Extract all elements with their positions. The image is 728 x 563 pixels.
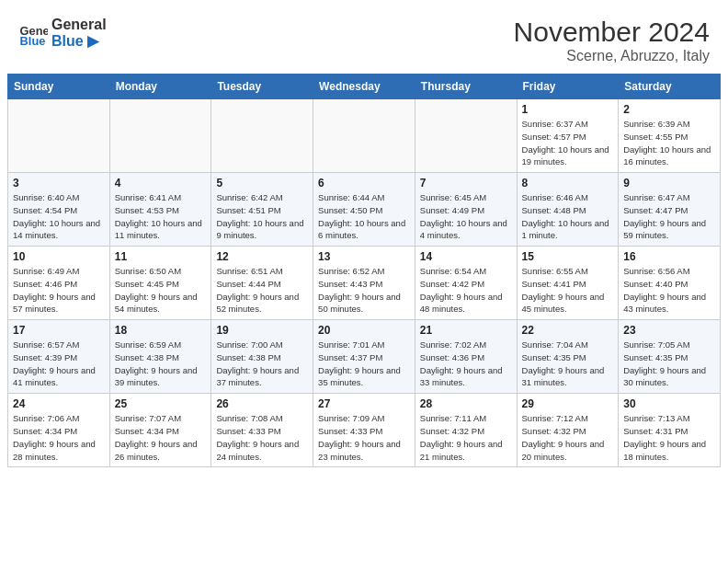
day-info: Sunrise: 7:07 AM Sunset: 4:34 PM Dayligh… [115, 412, 207, 463]
day-info: Sunrise: 6:46 AM Sunset: 4:48 PM Dayligh… [522, 191, 614, 242]
month-title: November 2024 [514, 17, 710, 48]
day-number: 3 [13, 177, 105, 190]
day-number: 24 [13, 397, 105, 410]
day-info: Sunrise: 6:50 AM Sunset: 4:45 PM Dayligh… [115, 265, 207, 316]
calendar-cell: 28Sunrise: 7:11 AM Sunset: 4:32 PM Dayli… [415, 394, 517, 467]
day-info: Sunrise: 7:02 AM Sunset: 4:36 PM Dayligh… [420, 339, 512, 389]
calendar-cell: 30Sunrise: 7:13 AM Sunset: 4:31 PM Dayli… [619, 394, 721, 467]
day-number: 4 [115, 177, 207, 190]
day-number: 6 [318, 177, 410, 190]
calendar-cell: 21Sunrise: 7:02 AM Sunset: 4:36 PM Dayli… [415, 320, 517, 394]
calendar-week-4: 17Sunrise: 6:57 AM Sunset: 4:39 PM Dayli… [8, 320, 721, 394]
calendar-cell: 12Sunrise: 6:51 AM Sunset: 4:44 PM Dayli… [211, 247, 313, 320]
day-info: Sunrise: 7:13 AM Sunset: 4:31 PM Dayligh… [623, 412, 715, 463]
day-number: 8 [522, 177, 614, 190]
day-number: 30 [623, 397, 715, 410]
day-info: Sunrise: 6:47 AM Sunset: 4:47 PM Dayligh… [623, 191, 715, 242]
calendar-cell: 1Sunrise: 6:37 AM Sunset: 4:57 PM Daylig… [517, 99, 619, 173]
title-block: November 2024 Scerne, Abruzzo, Italy [514, 17, 710, 64]
day-number: 10 [13, 250, 105, 263]
day-info: Sunrise: 6:52 AM Sunset: 4:43 PM Dayligh… [318, 265, 410, 316]
day-number: 18 [115, 324, 207, 337]
day-info: Sunrise: 7:01 AM Sunset: 4:37 PM Dayligh… [318, 339, 410, 389]
day-info: Sunrise: 7:09 AM Sunset: 4:33 PM Dayligh… [318, 412, 410, 463]
day-number: 27 [318, 397, 410, 410]
logo-icon: General Blue [18, 18, 48, 48]
calendar-cell: 24Sunrise: 7:06 AM Sunset: 4:34 PM Dayli… [8, 394, 110, 467]
calendar-cell [415, 99, 517, 173]
day-number: 28 [420, 397, 512, 410]
logo-blue-text: Blue ▶ [51, 33, 107, 50]
day-info: Sunrise: 6:59 AM Sunset: 4:38 PM Dayligh… [115, 339, 207, 389]
calendar-cell: 2Sunrise: 6:39 AM Sunset: 4:55 PM Daylig… [619, 99, 721, 173]
calendar-cell: 4Sunrise: 6:41 AM Sunset: 4:53 PM Daylig… [109, 173, 211, 247]
location-title: Scerne, Abruzzo, Italy [514, 48, 710, 64]
column-header-wednesday: Wednesday [313, 75, 415, 99]
day-number: 2 [623, 103, 715, 116]
calendar-cell [109, 99, 211, 173]
calendar-cell: 11Sunrise: 6:50 AM Sunset: 4:45 PM Dayli… [109, 247, 211, 320]
day-number: 16 [623, 250, 715, 263]
day-number: 22 [522, 324, 614, 337]
day-number: 5 [216, 177, 308, 190]
day-info: Sunrise: 6:37 AM Sunset: 4:57 PM Dayligh… [522, 118, 614, 168]
column-header-tuesday: Tuesday [211, 75, 313, 99]
calendar-cell: 18Sunrise: 6:59 AM Sunset: 4:38 PM Dayli… [109, 320, 211, 394]
day-number: 19 [216, 324, 308, 337]
calendar-week-3: 10Sunrise: 6:49 AM Sunset: 4:46 PM Dayli… [8, 247, 721, 320]
day-info: Sunrise: 7:12 AM Sunset: 4:32 PM Dayligh… [522, 412, 614, 463]
page-header: General Blue General Blue ▶ November 202… [0, 0, 728, 74]
day-info: Sunrise: 6:51 AM Sunset: 4:44 PM Dayligh… [216, 265, 308, 316]
calendar-cell: 22Sunrise: 7:04 AM Sunset: 4:35 PM Dayli… [517, 320, 619, 394]
calendar-cell: 13Sunrise: 6:52 AM Sunset: 4:43 PM Dayli… [313, 247, 415, 320]
calendar-cell [211, 99, 313, 173]
calendar-cell: 8Sunrise: 6:46 AM Sunset: 4:48 PM Daylig… [517, 173, 619, 247]
calendar-table: SundayMondayTuesdayWednesdayThursdayFrid… [7, 74, 721, 467]
calendar-cell: 27Sunrise: 7:09 AM Sunset: 4:33 PM Dayli… [313, 394, 415, 467]
day-info: Sunrise: 6:42 AM Sunset: 4:51 PM Dayligh… [216, 191, 308, 242]
calendar-cell [8, 99, 110, 173]
day-info: Sunrise: 7:11 AM Sunset: 4:32 PM Dayligh… [420, 412, 512, 463]
day-number: 13 [318, 250, 410, 263]
day-number: 23 [623, 324, 715, 337]
day-info: Sunrise: 6:57 AM Sunset: 4:39 PM Dayligh… [13, 339, 105, 389]
day-number: 25 [115, 397, 207, 410]
calendar-week-1: 1Sunrise: 6:37 AM Sunset: 4:57 PM Daylig… [8, 99, 721, 173]
day-info: Sunrise: 6:56 AM Sunset: 4:40 PM Dayligh… [623, 265, 715, 316]
day-number: 14 [420, 250, 512, 263]
calendar-cell: 25Sunrise: 7:07 AM Sunset: 4:34 PM Dayli… [109, 394, 211, 467]
calendar-cell: 16Sunrise: 6:56 AM Sunset: 4:40 PM Dayli… [619, 247, 721, 320]
calendar-cell: 3Sunrise: 6:40 AM Sunset: 4:54 PM Daylig… [8, 173, 110, 247]
svg-text:Blue: Blue [20, 33, 46, 47]
day-info: Sunrise: 7:08 AM Sunset: 4:33 PM Dayligh… [216, 412, 308, 463]
calendar-cell: 23Sunrise: 7:05 AM Sunset: 4:35 PM Dayli… [619, 320, 721, 394]
calendar-week-5: 24Sunrise: 7:06 AM Sunset: 4:34 PM Dayli… [8, 394, 721, 467]
calendar-week-2: 3Sunrise: 6:40 AM Sunset: 4:54 PM Daylig… [8, 173, 721, 247]
day-number: 7 [420, 177, 512, 190]
day-info: Sunrise: 7:00 AM Sunset: 4:38 PM Dayligh… [216, 339, 308, 389]
day-number: 11 [115, 250, 207, 263]
day-info: Sunrise: 6:45 AM Sunset: 4:49 PM Dayligh… [420, 191, 512, 242]
calendar-cell: 7Sunrise: 6:45 AM Sunset: 4:49 PM Daylig… [415, 173, 517, 247]
calendar-cell: 20Sunrise: 7:01 AM Sunset: 4:37 PM Dayli… [313, 320, 415, 394]
day-number: 12 [216, 250, 308, 263]
day-number: 21 [420, 324, 512, 337]
day-number: 17 [13, 324, 105, 337]
calendar-cell: 6Sunrise: 6:44 AM Sunset: 4:50 PM Daylig… [313, 173, 415, 247]
calendar-cell [313, 99, 415, 173]
day-info: Sunrise: 6:44 AM Sunset: 4:50 PM Dayligh… [318, 191, 410, 242]
day-number: 20 [318, 324, 410, 337]
day-info: Sunrise: 7:06 AM Sunset: 4:34 PM Dayligh… [13, 412, 105, 463]
day-info: Sunrise: 6:41 AM Sunset: 4:53 PM Dayligh… [115, 191, 207, 242]
day-info: Sunrise: 7:05 AM Sunset: 4:35 PM Dayligh… [623, 339, 715, 389]
day-info: Sunrise: 7:04 AM Sunset: 4:35 PM Dayligh… [522, 339, 614, 389]
column-header-sunday: Sunday [8, 75, 110, 99]
logo-general-text: General [51, 17, 107, 33]
day-info: Sunrise: 6:54 AM Sunset: 4:42 PM Dayligh… [420, 265, 512, 316]
day-number: 1 [522, 103, 614, 116]
calendar-header-row: SundayMondayTuesdayWednesdayThursdayFrid… [8, 75, 721, 99]
day-info: Sunrise: 6:49 AM Sunset: 4:46 PM Dayligh… [13, 265, 105, 316]
column-header-friday: Friday [517, 75, 619, 99]
calendar-wrapper: SundayMondayTuesdayWednesdayThursdayFrid… [0, 74, 728, 477]
calendar-cell: 29Sunrise: 7:12 AM Sunset: 4:32 PM Dayli… [517, 394, 619, 467]
